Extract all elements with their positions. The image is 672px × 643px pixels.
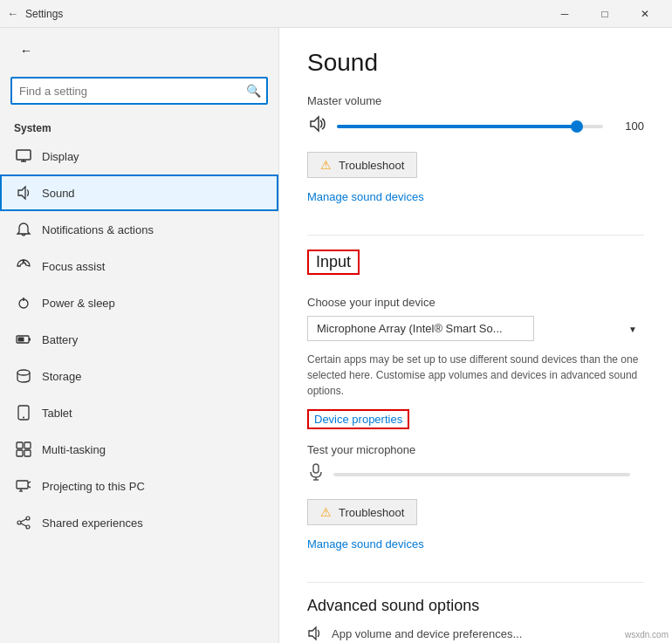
advanced-section-title: Advanced sound options xyxy=(307,597,644,615)
app-volume-icon xyxy=(307,626,323,641)
back-button[interactable]: ← xyxy=(14,38,38,63)
input-device-dropdown[interactable]: Microphone Array (Intel® Smart So... xyxy=(307,316,534,341)
projecting-label: Projecting to this PC xyxy=(42,480,145,493)
svg-point-23 xyxy=(26,525,30,529)
input-device-dropdown-wrap: Microphone Array (Intel® Smart So... ▼ xyxy=(307,316,644,341)
title-bar-title: Settings xyxy=(25,8,545,20)
search-icon: 🔍 xyxy=(246,84,261,98)
sound-label: Sound xyxy=(42,187,75,200)
notifications-icon xyxy=(16,222,31,237)
minimize-button[interactable]: ─ xyxy=(545,0,585,28)
app-volume-label: App volume and device preferences... xyxy=(332,627,522,640)
sidebar-item-display[interactable]: Display xyxy=(0,138,278,174)
master-volume-label: Master volume xyxy=(307,94,644,107)
svg-point-11 xyxy=(23,417,24,419)
svg-rect-27 xyxy=(313,464,319,473)
svg-point-22 xyxy=(17,521,21,524)
power-icon xyxy=(16,295,31,311)
sidebar-item-notifications[interactable]: Notifications & actions xyxy=(0,211,278,248)
mic-row xyxy=(307,463,644,485)
dropdown-arrow-icon: ▼ xyxy=(628,324,637,333)
volume-slider[interactable] xyxy=(337,118,603,135)
volume-row: 100 xyxy=(307,114,644,138)
volume-value: 100 xyxy=(614,120,644,133)
sidebar-item-shared[interactable]: Shared experiences xyxy=(0,504,278,541)
page-title: Sound xyxy=(307,49,644,77)
mic-level-track xyxy=(333,473,630,476)
sidebar-item-sound[interactable]: Sound xyxy=(0,174,278,211)
svg-point-9 xyxy=(17,370,30,375)
volume-icon xyxy=(307,114,326,138)
volume-fill xyxy=(337,125,577,128)
tablet-label: Tablet xyxy=(42,407,72,420)
app-container: ← 🔍 System Display xyxy=(0,28,672,643)
svg-rect-15 xyxy=(24,450,31,456)
sidebar-section-label: System xyxy=(0,115,278,138)
sidebar-item-multitasking[interactable]: Multi-tasking xyxy=(0,431,278,468)
display-label: Display xyxy=(42,150,79,163)
svg-marker-3 xyxy=(18,187,25,199)
troubleshoot-label-2: Troubleshoot xyxy=(339,506,404,519)
input-section: Input Choose your input device Microphon… xyxy=(307,250,644,485)
main-content: Sound Master volume 100 ⚠ Troubleshoot xyxy=(279,28,672,643)
storage-label: Storage xyxy=(42,370,82,383)
app-volume-row: App volume and device preferences... xyxy=(307,626,644,641)
close-button[interactable]: ✕ xyxy=(625,0,665,28)
notifications-label: Notifications & actions xyxy=(42,223,154,236)
back-icon: ← xyxy=(7,7,18,20)
svg-rect-0 xyxy=(17,150,31,160)
sidebar-nav-header: ← xyxy=(0,28,278,73)
warn-icon-1: ⚠ xyxy=(320,158,332,172)
mic-test-label: Test your microphone xyxy=(307,443,644,456)
manage-sound-devices-link-2[interactable]: Manage sound devices xyxy=(307,537,424,551)
focus-label: Focus assist xyxy=(42,260,105,273)
shared-icon xyxy=(16,515,31,530)
choose-input-label: Choose your input device xyxy=(307,296,644,309)
svg-rect-13 xyxy=(24,442,31,448)
manage-sound-devices-link-1[interactable]: Manage sound devices xyxy=(307,190,424,203)
sound-icon xyxy=(16,185,31,201)
sidebar-item-storage[interactable]: Storage xyxy=(0,358,278,394)
search-box-wrap: 🔍 xyxy=(10,77,268,105)
display-icon xyxy=(16,148,31,164)
warn-icon-2: ⚠ xyxy=(320,505,332,519)
svg-marker-26 xyxy=(311,117,319,131)
volume-thumb xyxy=(571,120,583,133)
sidebar-item-tablet[interactable]: Tablet xyxy=(0,394,278,431)
input-hint-text: Certain apps may be set up to use differ… xyxy=(307,352,644,399)
svg-line-25 xyxy=(21,523,26,526)
storage-icon xyxy=(16,368,31,384)
tablet-icon xyxy=(16,405,31,421)
projecting-icon xyxy=(16,478,31,494)
sidebar: ← 🔍 System Display xyxy=(0,28,279,643)
divider-2 xyxy=(307,582,644,583)
device-properties-link[interactable]: Device properties xyxy=(307,409,409,429)
svg-rect-16 xyxy=(17,481,28,489)
svg-rect-7 xyxy=(29,339,31,341)
volume-track xyxy=(337,125,603,128)
focus-icon xyxy=(16,258,31,274)
battery-icon xyxy=(16,332,31,347)
troubleshoot-button-1[interactable]: ⚠ Troubleshoot xyxy=(307,152,417,178)
power-label: Power & sleep xyxy=(42,297,115,310)
svg-rect-8 xyxy=(18,338,24,342)
shared-label: Shared experiences xyxy=(42,516,143,530)
sidebar-item-projecting[interactable]: Projecting to this PC xyxy=(0,468,278,504)
svg-point-21 xyxy=(26,516,30,520)
title-bar: ← Settings ─ □ ✕ xyxy=(0,0,672,28)
troubleshoot-button-2[interactable]: ⚠ Troubleshoot xyxy=(307,499,417,525)
multitasking-label: Multi-tasking xyxy=(42,443,106,456)
watermark: wsxdn.com xyxy=(625,630,669,640)
svg-marker-30 xyxy=(309,627,316,640)
sidebar-item-focus[interactable]: Focus assist xyxy=(0,248,278,284)
divider-1 xyxy=(307,235,644,236)
svg-line-24 xyxy=(21,519,26,522)
input-section-title: Input xyxy=(307,250,360,275)
svg-rect-12 xyxy=(17,442,23,448)
title-bar-controls: ─ □ ✕ xyxy=(545,0,665,28)
maximize-button[interactable]: □ xyxy=(585,0,625,28)
troubleshoot-label-1: Troubleshoot xyxy=(339,159,404,172)
sidebar-item-battery[interactable]: Battery xyxy=(0,321,278,358)
search-input[interactable] xyxy=(10,77,268,105)
sidebar-item-power[interactable]: Power & sleep xyxy=(0,284,278,321)
